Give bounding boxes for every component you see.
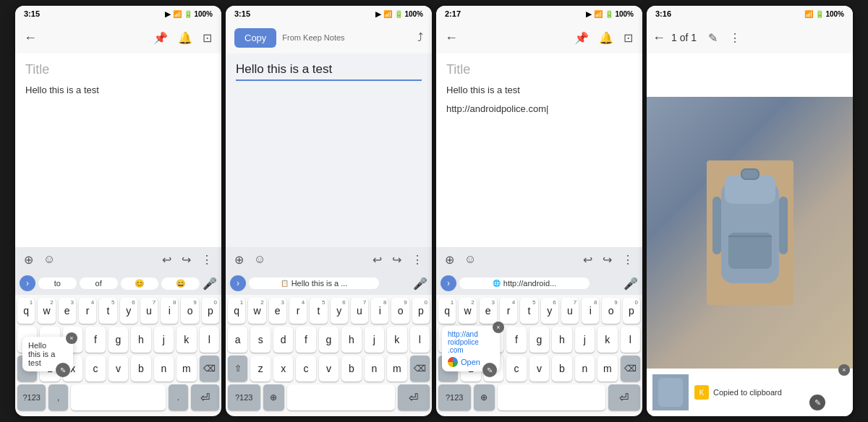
key-i2[interactable]: i8 [371, 298, 388, 324]
key-t3[interactable]: t5 [520, 298, 537, 324]
key-enter[interactable]: ⏎ [191, 384, 219, 410]
key-num3[interactable]: ?123 [438, 384, 471, 410]
key-n3[interactable]: n [575, 356, 595, 382]
key-f3[interactable]: f [506, 327, 526, 353]
key-h3[interactable]: h [552, 327, 571, 353]
url-edit-3[interactable]: ✎ [482, 363, 497, 377]
key-q[interactable]: q1 [17, 298, 35, 324]
add-icon-3[interactable]: ⊕ [442, 251, 457, 268]
key-comma3[interactable]: ⊕ [474, 384, 495, 410]
key-o3[interactable]: o9 [602, 298, 619, 324]
note-content-3[interactable]: Title Hello this is a test http://androi… [436, 53, 642, 247]
clip-chip-emoji2[interactable]: 😄 [161, 277, 200, 290]
copy-button-2[interactable]: Copy [234, 28, 276, 48]
key-g3[interactable]: g [529, 327, 549, 353]
more-icon-3[interactable]: ⋮ [619, 251, 637, 268]
emoji-icon-1[interactable]: ☺ [41, 251, 58, 267]
key-p[interactable]: p0 [202, 298, 219, 324]
key-e2[interactable]: e3 [269, 298, 286, 324]
key-u[interactable]: u7 [140, 298, 158, 324]
key-l2[interactable]: l [410, 327, 430, 353]
bell-icon-3[interactable]: 🔔 [595, 28, 617, 48]
key-c3[interactable]: c [506, 356, 526, 382]
url-popup-close-3[interactable]: × [493, 322, 504, 333]
key-y2[interactable]: y6 [331, 298, 348, 324]
key-a2[interactable]: a [228, 327, 247, 353]
key-w2[interactable]: w2 [248, 298, 265, 324]
mic-icon-2[interactable]: 🎤 [413, 277, 427, 290]
key-e[interactable]: e3 [59, 298, 76, 324]
key-backspace[interactable]: ⌫ [200, 356, 219, 382]
add-icon-2[interactable]: ⊕ [231, 251, 247, 268]
pin-icon-3[interactable]: 📌 [571, 28, 592, 48]
key-w[interactable]: w2 [38, 298, 55, 324]
s4-edit-btn[interactable]: ✎ [809, 395, 825, 410]
key-l3[interactable]: l [621, 327, 640, 353]
key-r2[interactable]: r4 [289, 298, 307, 324]
key-b3[interactable]: b [552, 356, 571, 382]
more-icon-2[interactable]: ⋮ [409, 251, 426, 268]
back-button-4[interactable]: ← [652, 30, 665, 46]
key-space2[interactable] [287, 384, 394, 410]
key-j2[interactable]: j [365, 327, 384, 353]
key-p2[interactable]: p0 [412, 298, 430, 324]
key-d2[interactable]: d [273, 327, 293, 353]
key-num2[interactable]: ?123 [228, 384, 260, 410]
key-h2[interactable]: h [341, 327, 361, 353]
undo-icon-1[interactable]: ↩ [159, 251, 174, 268]
key-i[interactable]: i8 [161, 298, 178, 324]
key-backspace2[interactable]: ⌫ [410, 356, 430, 382]
open-label-3[interactable]: Open [461, 358, 480, 366]
s2-content[interactable]: Hello this is a test [226, 53, 432, 247]
key-shift2[interactable]: ⇧ [228, 356, 247, 382]
key-j[interactable]: j [154, 327, 174, 353]
key-space[interactable] [71, 384, 166, 410]
key-k2[interactable]: k [387, 327, 407, 353]
key-u2[interactable]: u7 [351, 298, 368, 324]
key-m3[interactable]: m [597, 356, 617, 382]
mic-icon-3[interactable]: 🎤 [624, 277, 638, 290]
key-period[interactable]: . [169, 384, 187, 410]
share-icon-2[interactable]: ⤴ [417, 31, 423, 44]
key-m[interactable]: m [176, 356, 196, 382]
key-c2[interactable]: c [296, 356, 315, 382]
redo-icon-1[interactable]: ↪ [179, 251, 194, 268]
redo-icon-3[interactable]: ↪ [600, 251, 615, 268]
back-button-1[interactable]: ← [21, 27, 40, 48]
undo-icon-2[interactable]: ↩ [370, 251, 385, 268]
key-h[interactable]: h [131, 327, 150, 353]
clip-arrow-3[interactable]: › [441, 275, 456, 291]
key-space3[interactable] [498, 384, 605, 410]
key-x2[interactable]: x [273, 356, 293, 382]
key-e3[interactable]: e3 [480, 298, 497, 324]
s4-close-btn[interactable]: × [838, 364, 850, 376]
key-n[interactable]: n [154, 356, 174, 382]
key-z2[interactable]: z [250, 356, 270, 382]
key-o[interactable]: o9 [181, 298, 198, 324]
more-icon-4[interactable]: ⋮ [729, 31, 741, 45]
archive-icon-3[interactable]: ⊡ [620, 28, 637, 48]
key-enter3[interactable]: ⏎ [608, 384, 641, 410]
key-r3[interactable]: r4 [500, 298, 517, 324]
edit-icon-4[interactable]: ✎ [708, 31, 718, 45]
key-v[interactable]: v [109, 356, 128, 382]
key-c[interactable]: c [85, 356, 105, 382]
key-enter2[interactable]: ⏎ [398, 384, 430, 410]
key-comma[interactable]: , [48, 384, 67, 410]
key-i3[interactable]: i8 [582, 298, 599, 324]
key-l[interactable]: l [200, 327, 219, 353]
pin-icon-1[interactable]: 📌 [150, 28, 171, 48]
key-w3[interactable]: w2 [459, 298, 476, 324]
clip-arrow-2[interactable]: › [230, 275, 246, 291]
key-u3[interactable]: u7 [561, 298, 579, 324]
key-backspace3[interactable]: ⌫ [621, 356, 640, 382]
key-g[interactable]: g [109, 327, 128, 353]
add-icon-1[interactable]: ⊕ [21, 251, 36, 268]
clip-arrow-1[interactable]: › [20, 275, 35, 291]
key-s2[interactable]: s [250, 327, 270, 353]
key-num[interactable]: ?123 [17, 384, 46, 410]
clip-chip-of[interactable]: of [80, 277, 118, 289]
key-k[interactable]: k [176, 327, 196, 353]
emoji-icon-2[interactable]: ☺ [251, 251, 268, 267]
key-q2[interactable]: q1 [228, 298, 245, 324]
